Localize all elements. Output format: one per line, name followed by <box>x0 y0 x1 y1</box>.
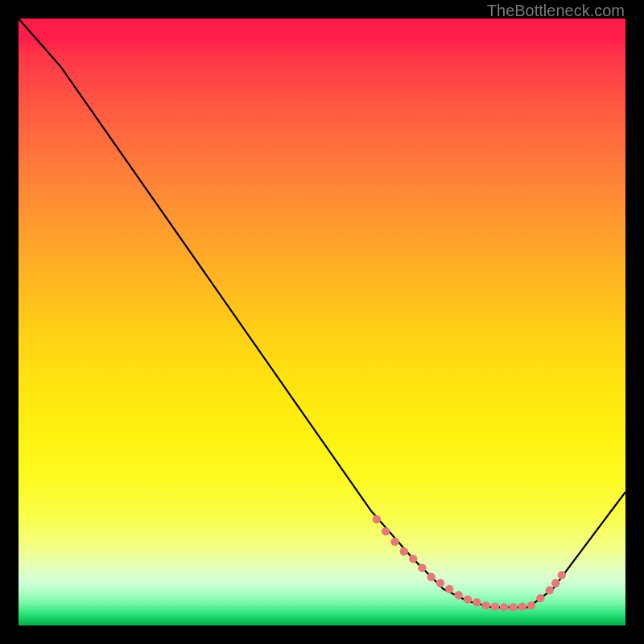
gradient-plot-area <box>19 19 625 625</box>
watermark-text: TheBottleneck.com <box>487 2 625 20</box>
